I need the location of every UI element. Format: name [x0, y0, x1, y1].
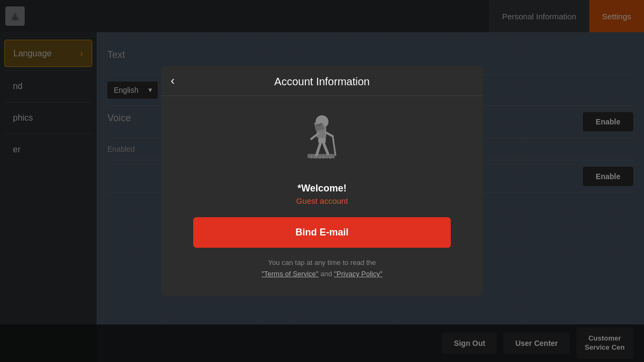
modal-overlay: ‹ Account Information TOURIST	[0, 0, 644, 362]
tourist-icon: TOURIST	[287, 107, 357, 171]
guest-account-text: Guest account	[296, 196, 348, 205]
svg-line-10	[317, 143, 320, 155]
modal-header: ‹ Account Information	[161, 66, 483, 96]
tos-and: and	[320, 270, 334, 278]
svg-line-11	[324, 143, 328, 154]
account-info-modal: ‹ Account Information TOURIST	[161, 66, 483, 296]
tourist-icon-wrap: TOURIST	[287, 107, 357, 173]
svg-line-12	[333, 136, 335, 155]
tos-section: You can tap at any time to read the "Ter…	[261, 257, 382, 280]
terms-of-service-link[interactable]: "Terms of Service"	[261, 270, 318, 278]
modal-back-button[interactable]: ‹	[171, 75, 174, 87]
bind-email-button[interactable]: Bind E-mail	[193, 217, 451, 248]
svg-text:TOURIST: TOURIST	[310, 155, 336, 160]
privacy-policy-link[interactable]: "Privacy Policy"	[334, 270, 382, 278]
svg-line-9	[326, 132, 333, 136]
modal-title: Account Information	[274, 76, 370, 88]
welcome-text: *Welcome!	[297, 183, 347, 194]
tos-intro: You can tap at any time to read the	[268, 258, 376, 267]
